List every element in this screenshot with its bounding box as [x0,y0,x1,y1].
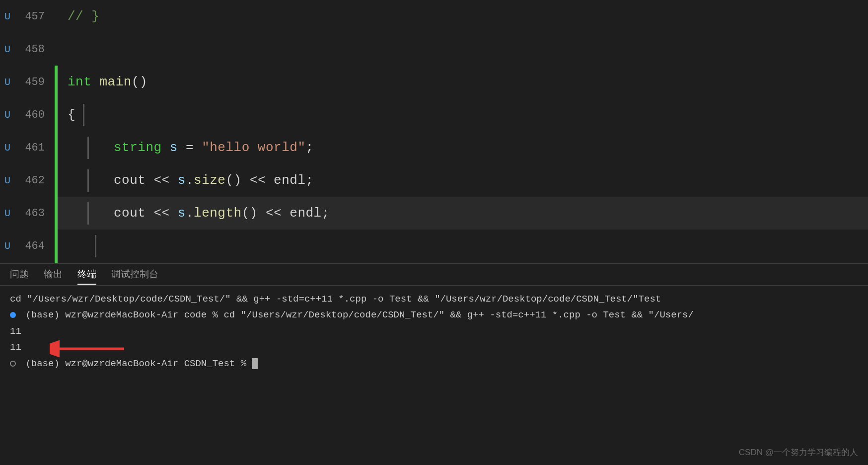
gutter-457: U [0,0,15,33]
line-number-461: 461 [15,131,55,164]
code-section[interactable]: U 457 // } U 458 U 459 int main () [0,0,868,263]
code-content-464 [58,230,868,262]
code-line-462[interactable]: U 462 cout << s . size () << endl; [0,164,868,197]
comment-457: // } [68,9,99,24]
keyword-int: int [68,75,91,89]
code-content-457: // } [58,0,868,33]
line-number-464: 464 [15,230,55,262]
gutter-459: U [0,66,15,98]
code-content-458 [58,33,868,66]
code-content-462: cout << s . size () << endl; [58,164,868,197]
gutter-458: U [0,33,15,66]
code-content-465: return 0 ; [58,262,868,263]
code-line-463[interactable]: U 463 cout << s . length () << endl; [0,197,868,230]
code-content-461: string s = "hello world" ; [58,131,868,164]
line-number-457: 457 [15,0,55,33]
line-number-462: 462 [15,164,55,197]
code-line-457[interactable]: U 457 // } [0,0,868,33]
terminal-line-4: 11 [10,340,858,355]
terminal-content[interactable]: cd "/Users/wzr/Desktop/code/CSDN_Test/" … [0,286,868,465]
tab-debug[interactable]: 调试控制台 [111,265,158,285]
tab-output[interactable]: 输出 [44,265,63,285]
code-content-463: cout << s . length () << endl; [58,197,868,230]
gutter-465: U [0,262,15,263]
code-content-459: int main () [58,66,868,98]
code-line-465[interactable]: U 465 return 0 ; [0,262,868,263]
line-number-465: 465 [15,262,55,263]
terminal-prompt-gray: (base) wzr@wzrdeMacBook-Air CSDN_Test % [25,358,252,369]
line-number-459: 459 [15,66,55,98]
terminal-line-5: (base) wzr@wzrdeMacBook-Air CSDN_Test % [10,356,858,371]
function-main: main [99,75,131,89]
terminal-line-1: cd "/Users/wzr/Desktop/code/CSDN_Test/" … [10,292,858,307]
gutter-460: U [0,98,15,131]
terminal-cursor [252,358,258,369]
watermark: CSDN @一个努力学习编程的人 [739,447,858,458]
terminal-command-1: cd "/Users/wzr/Desktop/code/CSDN_Test/" … [10,294,661,305]
code-content-460: { [58,98,868,131]
editor-area: U 457 // } U 458 U 459 int main () [0,0,868,465]
gutter-464: U [0,230,15,262]
gutter-462: U [0,164,15,197]
code-line-458[interactable]: U 458 [0,33,868,66]
terminal-line-3: 11 [10,324,858,339]
terminal-output-2: 11 [10,342,21,353]
gray-dot-icon [10,361,16,367]
line-number-463: 463 [15,197,55,230]
gutter-461: U [0,131,15,164]
terminal-output-1: 11 [10,326,21,337]
code-line-461[interactable]: U 461 string s = "hello world" ; [0,131,868,164]
terminal-prompt-blue: (base) wzr@wzrdeMacBook-Air code % cd "/… [25,310,693,320]
terminal-tabs: 问题 输出 终端 调试控制台 [0,264,868,286]
terminal-line-2: (base) wzr@wzrdeMacBook-Air code % cd "/… [10,308,858,322]
code-line-464[interactable]: U 464 [0,230,868,262]
line-number-458: 458 [15,33,55,66]
line-number-460: 460 [15,98,55,131]
gutter-463: U [0,197,15,230]
tab-problems[interactable]: 问题 [10,265,29,285]
code-line-460[interactable]: U 460 { [0,98,868,131]
blue-dot-icon [10,312,16,318]
terminal-section: 问题 输出 终端 调试控制台 cd "/Users/wzr/Desktop/co… [0,263,868,465]
code-line-459[interactable]: U 459 int main () [0,66,868,98]
tab-terminal[interactable]: 终端 [77,265,96,285]
